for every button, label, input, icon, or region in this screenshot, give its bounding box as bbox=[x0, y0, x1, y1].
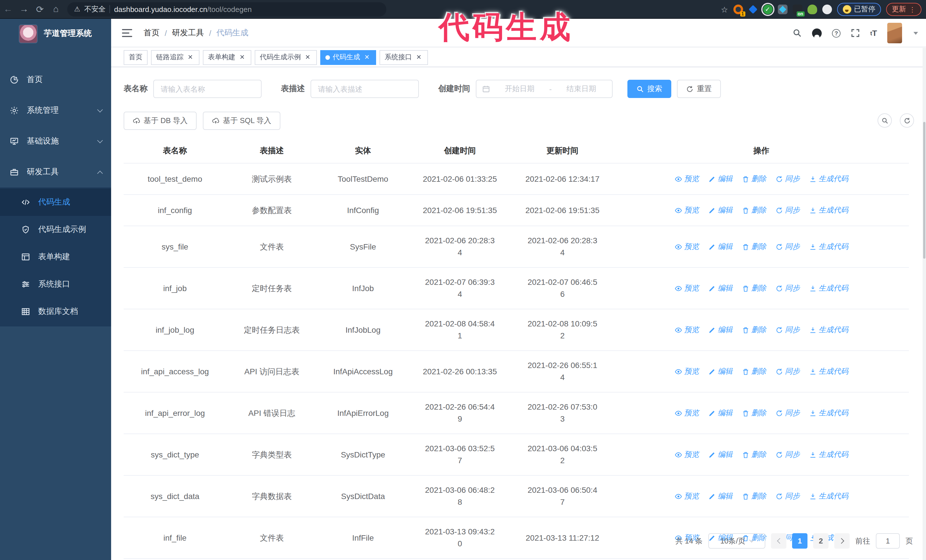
goto-page-input[interactable] bbox=[876, 533, 900, 549]
edit-link[interactable]: 编辑 bbox=[708, 489, 732, 503]
delete-link[interactable]: 删除 bbox=[741, 489, 766, 503]
preview-link[interactable]: 预览 bbox=[675, 365, 699, 378]
close-icon[interactable]: ✕ bbox=[238, 53, 246, 61]
edit-link[interactable]: 编辑 bbox=[708, 323, 732, 337]
sync-link[interactable]: 同步 bbox=[775, 448, 800, 462]
delete-link[interactable]: 删除 bbox=[741, 323, 766, 337]
tag-codegen[interactable]: 代码生成✕ bbox=[320, 50, 376, 65]
app-logo[interactable]: 芋道管理系统 bbox=[0, 19, 111, 48]
sync-link[interactable]: 同步 bbox=[775, 365, 800, 378]
tag-home[interactable]: 首页 bbox=[124, 50, 148, 65]
breadcrumb-devtools[interactable]: 研发工具 bbox=[172, 28, 204, 38]
edit-link[interactable]: 编辑 bbox=[708, 406, 732, 420]
extension-icon[interactable] bbox=[807, 5, 817, 14]
toggle-search-button[interactable] bbox=[878, 113, 892, 128]
generate-code-link[interactable]: 生成代码 bbox=[809, 448, 848, 462]
generate-code-link[interactable]: 生成代码 bbox=[809, 406, 848, 420]
browser-update-button[interactable]: 更新⋮ bbox=[886, 3, 921, 16]
sync-link[interactable]: 同步 bbox=[775, 203, 800, 217]
menu-dots-icon[interactable]: ⋮ bbox=[909, 5, 916, 14]
end-date-placeholder[interactable]: 结束日期 bbox=[556, 84, 606, 94]
sidebar-item-codegen-example[interactable]: 代码生成示例 bbox=[0, 216, 111, 243]
extension-icon[interactable] bbox=[778, 5, 787, 14]
user-avatar[interactable] bbox=[887, 23, 902, 43]
delete-link[interactable]: 删除 bbox=[741, 203, 766, 217]
extension-icon[interactable]: 1 bbox=[733, 5, 743, 14]
sync-link[interactable]: 同步 bbox=[775, 281, 800, 295]
preview-link[interactable]: 预览 bbox=[675, 203, 699, 217]
generate-code-link[interactable]: 生成代码 bbox=[809, 203, 848, 217]
sync-link[interactable]: 同步 bbox=[775, 489, 800, 503]
table-name-input[interactable] bbox=[153, 80, 262, 98]
refresh-table-button[interactable] bbox=[900, 113, 914, 128]
close-icon[interactable]: ✕ bbox=[415, 53, 423, 61]
extension-icon[interactable]: ✓ bbox=[763, 5, 772, 14]
tag-form-builder[interactable]: 表单构建✕ bbox=[203, 50, 251, 65]
preview-link[interactable]: 预览 bbox=[675, 172, 699, 186]
page-size-select[interactable]: 10条/页 bbox=[708, 533, 765, 549]
profile-paused-button[interactable]: 已暂停 bbox=[837, 3, 881, 16]
reset-button[interactable]: 重置 bbox=[677, 80, 721, 98]
generate-code-link[interactable]: 生成代码 bbox=[809, 365, 848, 378]
delete-link[interactable]: 删除 bbox=[741, 281, 766, 295]
edit-link[interactable]: 编辑 bbox=[708, 203, 732, 217]
sync-link[interactable]: 同步 bbox=[775, 323, 800, 337]
delete-link[interactable]: 删除 bbox=[741, 406, 766, 420]
table-desc-input[interactable] bbox=[310, 80, 419, 98]
font-size-icon[interactable]: tT bbox=[870, 29, 877, 38]
sidebar-item-form-builder[interactable]: 表单构建 bbox=[0, 243, 111, 270]
sidebar-item-home[interactable]: 首页 bbox=[0, 64, 111, 95]
sidebar-item-db-doc[interactable]: 数据库文档 bbox=[0, 298, 111, 325]
generate-code-link[interactable]: 生成代码 bbox=[809, 240, 848, 254]
delete-link[interactable]: 删除 bbox=[741, 365, 766, 378]
search-button[interactable]: 搜索 bbox=[627, 80, 671, 98]
edit-link[interactable]: 编辑 bbox=[708, 240, 732, 254]
import-sql-button[interactable]: 基于 SQL 导入 bbox=[203, 112, 281, 130]
generate-code-link[interactable]: 生成代码 bbox=[809, 172, 848, 186]
date-range-picker[interactable]: 开始日期 - 结束日期 bbox=[476, 80, 613, 98]
search-icon[interactable] bbox=[793, 29, 802, 38]
generate-code-link[interactable]: 生成代码 bbox=[809, 489, 848, 503]
preview-link[interactable]: 预览 bbox=[675, 323, 699, 337]
scrollbar-thumb[interactable] bbox=[923, 122, 925, 259]
tag-tracing[interactable]: 链路追踪✕ bbox=[151, 50, 200, 65]
page-url[interactable]: dashboard.yudao.iocoder.cn/tool/codegen bbox=[114, 5, 252, 14]
generate-code-link[interactable]: 生成代码 bbox=[809, 323, 848, 337]
bookmark-star-icon[interactable]: ☆ bbox=[721, 5, 728, 14]
tag-system-api[interactable]: 系统接口✕ bbox=[380, 50, 428, 65]
preview-link[interactable]: 预览 bbox=[675, 281, 699, 295]
edit-link[interactable]: 编辑 bbox=[708, 172, 732, 186]
delete-link[interactable]: 删除 bbox=[741, 240, 766, 254]
caret-down-icon[interactable] bbox=[914, 32, 918, 35]
page-button-1[interactable]: 1 bbox=[792, 533, 808, 549]
security-warning[interactable]: 不安全 bbox=[84, 4, 106, 14]
preview-link[interactable]: 预览 bbox=[675, 489, 699, 503]
start-date-placeholder[interactable]: 开始日期 bbox=[495, 84, 545, 94]
sidebar-item-system[interactable]: 系统管理 bbox=[0, 95, 111, 126]
reload-icon[interactable]: ⟳ bbox=[32, 4, 48, 15]
next-page-button[interactable] bbox=[834, 533, 850, 549]
forward-icon[interactable]: → bbox=[16, 4, 32, 14]
extension-icon[interactable]: on bbox=[792, 5, 802, 14]
tag-codegen-example[interactable]: 代码生成示例✕ bbox=[255, 50, 317, 65]
sidebar-item-infra[interactable]: 基础设施 bbox=[0, 126, 111, 157]
scrollbar[interactable] bbox=[923, 48, 926, 560]
import-db-button[interactable]: 基于 DB 导入 bbox=[124, 112, 197, 130]
preview-link[interactable]: 预览 bbox=[675, 240, 699, 254]
edit-link[interactable]: 编辑 bbox=[708, 448, 732, 462]
close-icon[interactable]: ✕ bbox=[186, 53, 194, 61]
address-bar[interactable]: ⚠ 不安全 dashboard.yudao.iocoder.cn/tool/co… bbox=[67, 2, 386, 16]
github-icon[interactable] bbox=[812, 28, 822, 38]
prev-page-button[interactable] bbox=[771, 533, 787, 549]
fullscreen-icon[interactable] bbox=[851, 29, 860, 38]
sidebar-item-system-api[interactable]: 系统接口 bbox=[0, 270, 111, 298]
delete-link[interactable]: 删除 bbox=[741, 448, 766, 462]
edit-link[interactable]: 编辑 bbox=[708, 281, 732, 295]
sidebar-item-codegen[interactable]: 代码生成 bbox=[0, 189, 111, 216]
sync-link[interactable]: 同步 bbox=[775, 172, 800, 186]
back-icon[interactable]: ← bbox=[0, 4, 16, 14]
sync-link[interactable]: 同步 bbox=[775, 240, 800, 254]
close-icon[interactable]: ✕ bbox=[363, 53, 371, 61]
preview-link[interactable]: 预览 bbox=[675, 448, 699, 462]
delete-link[interactable]: 删除 bbox=[741, 172, 766, 186]
